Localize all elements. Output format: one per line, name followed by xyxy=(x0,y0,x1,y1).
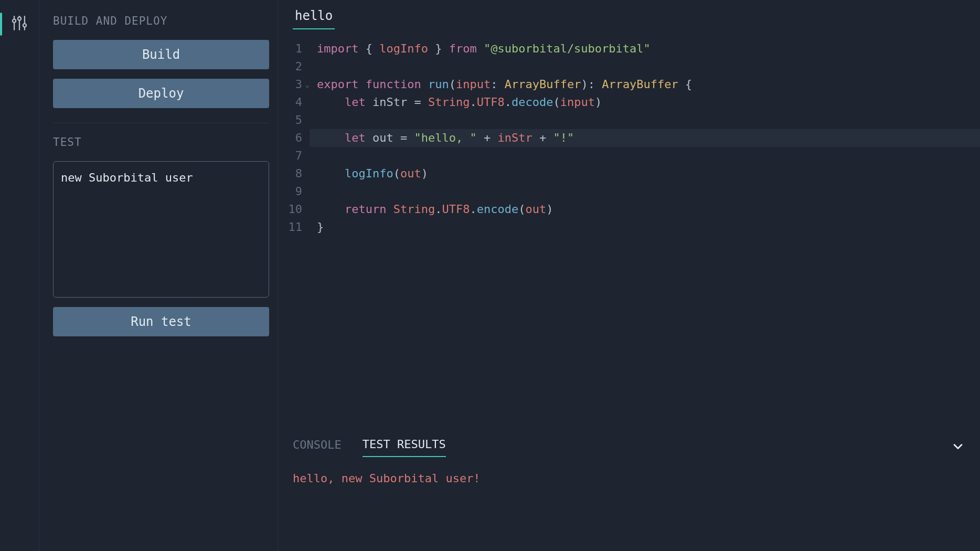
line-number: 5 xyxy=(278,111,302,129)
icon-rail xyxy=(0,0,39,551)
code-line[interactable] xyxy=(310,111,980,129)
deploy-button[interactable]: Deploy xyxy=(53,79,269,108)
test-input[interactable] xyxy=(53,161,269,298)
chevron-down-icon xyxy=(951,446,965,456)
code-line[interactable]: export function run(input: ArrayBuffer):… xyxy=(310,76,980,93)
code-line[interactable]: import { logInfo } from "@suborbital/sub… xyxy=(310,40,980,58)
code-line[interactable]: let inStr = String.UTF8.decode(input) xyxy=(310,93,980,111)
build-button[interactable]: Build xyxy=(53,40,269,69)
code-line[interactable]: logInfo(out) xyxy=(310,165,980,183)
code-line[interactable] xyxy=(310,183,980,200)
tab-test-results[interactable]: TEST RESULTS xyxy=(363,438,446,457)
line-number: 3 xyxy=(278,76,302,93)
line-number: 11 xyxy=(278,218,302,236)
line-number: 4 xyxy=(278,93,302,111)
line-number: 8 xyxy=(278,165,302,183)
sliders-icon xyxy=(10,14,28,34)
settings-rail-item[interactable] xyxy=(0,9,39,39)
line-gutter: 1234567891011 xyxy=(278,40,310,430)
code-content[interactable]: import { logInfo } from "@suborbital/sub… xyxy=(310,40,980,430)
line-number: 6 xyxy=(278,129,302,147)
svg-point-3 xyxy=(18,17,21,20)
svg-point-5 xyxy=(23,24,26,27)
line-number: 7 xyxy=(278,147,302,165)
run-test-button[interactable]: Run test xyxy=(53,307,269,336)
editor-panel: hello 1234567891011 import { logInfo } f… xyxy=(278,0,980,551)
line-number: 9 xyxy=(278,183,302,200)
code-line[interactable]: } xyxy=(310,218,980,236)
code-area[interactable]: 1234567891011 import { logInfo } from "@… xyxy=(278,29,980,430)
line-number: 10 xyxy=(278,200,302,218)
editor-tabs: hello xyxy=(278,0,980,29)
code-line[interactable] xyxy=(310,147,980,165)
svg-point-1 xyxy=(13,19,16,23)
collapse-panel-button[interactable] xyxy=(951,439,965,456)
code-line[interactable]: return String.UTF8.encode(out) xyxy=(310,200,980,218)
line-number: 1 xyxy=(278,40,302,58)
tab-console[interactable]: CONSOLE xyxy=(293,438,342,457)
code-line[interactable]: let out = "hello, " + inStr + "!" xyxy=(310,129,980,147)
divider xyxy=(53,123,269,123)
editor-tab-hello[interactable]: hello xyxy=(293,5,335,29)
test-title: TEST xyxy=(53,136,269,149)
bottom-panel: CONSOLE TEST RESULTS hello, new Suborbit… xyxy=(278,430,980,551)
line-number: 2 xyxy=(278,58,302,76)
side-panel: BUILD AND DEPLOY Build Deploy TEST Run t… xyxy=(39,0,278,551)
build-deploy-title: BUILD AND DEPLOY xyxy=(53,15,269,27)
code-line[interactable] xyxy=(310,58,980,76)
test-result-output: hello, new Suborbital user! xyxy=(278,457,980,500)
